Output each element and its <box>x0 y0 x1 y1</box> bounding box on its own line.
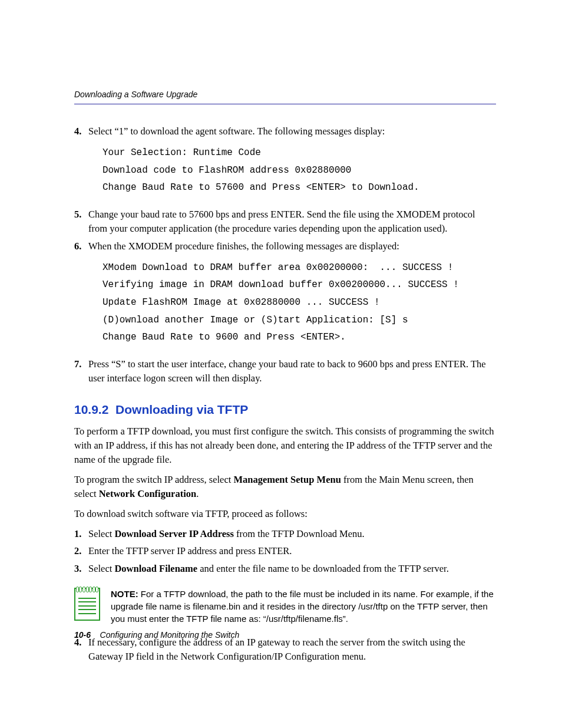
step-number: 2. <box>74 544 88 558</box>
step-text: Select “1” to download the agent softwar… <box>88 126 385 137</box>
bold-text: Download Server IP Address <box>114 528 233 539</box>
text-run: Select <box>88 563 114 574</box>
list-item: 2. Enter the TFTP server IP address and … <box>74 544 496 558</box>
step-number: 6. <box>74 239 88 253</box>
bold-text: Network Configuration <box>99 488 196 499</box>
step-number: 3. <box>74 562 88 576</box>
step-text: Press “S” to start the user interface, c… <box>88 358 486 384</box>
note-body: For a TFTP download, the path to the fil… <box>111 589 494 624</box>
list-item: 3. Select Download Filename and enter th… <box>74 562 496 576</box>
section-heading: 10.9.2 Downloading via TFTP <box>74 401 496 419</box>
text-run: To program the switch IP address, select <box>74 474 233 485</box>
note-text: NOTE: For a TFTP download, the path to t… <box>111 588 496 625</box>
running-header: Downloading a Software Upgrade <box>74 88 496 104</box>
paragraph: To perform a TFTP download, you must fir… <box>74 424 496 467</box>
step-number: 5. <box>74 207 88 222</box>
list-item: 4. Select “1” to download the agent soft… <box>74 124 496 204</box>
step-number: 1. <box>74 527 88 541</box>
text-run: from the TFTP Download Menu. <box>234 528 365 539</box>
paragraph: To program the switch IP address, select… <box>74 473 496 501</box>
step-number: 7. <box>74 357 88 371</box>
list-item: 7. Press “S” to start the user interface… <box>74 357 496 386</box>
text-run: and enter the file name to be downloaded… <box>197 563 449 574</box>
list-item: 5. Change your baud rate to 57600 bps an… <box>74 207 496 236</box>
page-footer: 10-6 Configuring and Monitoring the Swit… <box>74 629 239 641</box>
section-number: 10.9.2 <box>74 403 108 416</box>
code-block: Your Selection: Runtime Code Download co… <box>103 144 496 197</box>
text-run: Enter the TFTP server IP address and pre… <box>88 545 292 556</box>
bold-text: Management Setup Menu <box>233 474 340 485</box>
list-item: 1. Select Download Server IP Address fro… <box>74 527 496 541</box>
note-label: NOTE: <box>111 589 138 599</box>
text-run: . <box>196 488 199 499</box>
code-block: XModem Download to DRAM buffer area 0x00… <box>103 259 496 347</box>
footer-title: Configuring and Monitoring the Switch <box>100 630 240 640</box>
step-list-b: 1. Select Download Server IP Address fro… <box>74 527 496 577</box>
step-text: Change your baud rate to 57600 bps and p… <box>88 209 475 234</box>
text-run: Select <box>88 528 114 539</box>
page: Downloading a Software Upgrade 4. Select… <box>0 0 562 728</box>
page-number: 10-6 <box>74 630 91 640</box>
bold-text: Download Filename <box>114 563 197 574</box>
list-item: 6. When the XMODEM procedure finishes, t… <box>74 239 496 354</box>
paragraph: To download switch software via TFTP, pr… <box>74 507 496 521</box>
note-icon <box>74 588 100 621</box>
note-box: NOTE: For a TFTP download, the path to t… <box>74 588 496 625</box>
step-number: 4. <box>74 124 88 139</box>
step-list-a: 4. Select “1” to download the agent soft… <box>74 124 496 385</box>
step-text: When the XMODEM procedure finishes, the … <box>88 241 399 252</box>
section-title: Downloading via TFTP <box>115 403 248 416</box>
